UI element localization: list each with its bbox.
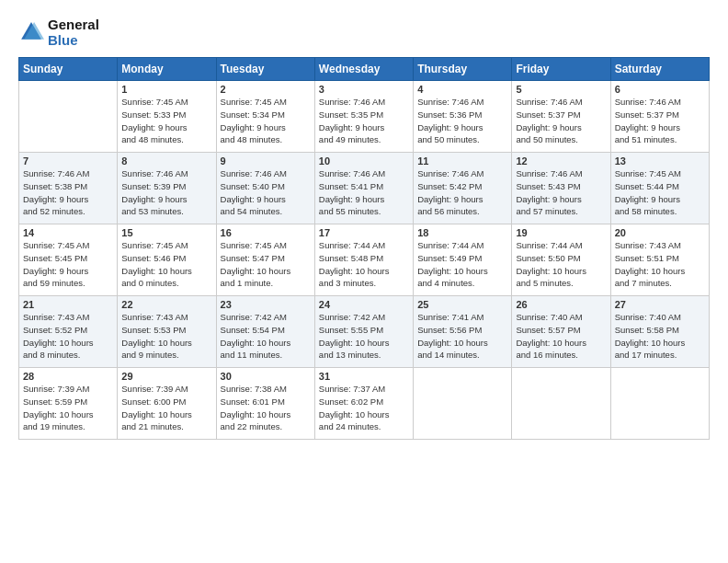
calendar-cell: 22Sunrise: 7:43 AMSunset: 5:53 PMDayligh… <box>118 296 216 368</box>
day-info: Sunrise: 7:43 AMSunset: 5:52 PMDaylight:… <box>23 311 113 362</box>
logo: General Blue <box>18 17 99 48</box>
day-number: 22 <box>121 299 211 310</box>
weekday-header-thursday: Thursday <box>414 58 512 81</box>
logo-text: General Blue <box>48 17 99 48</box>
calendar-cell: 26Sunrise: 7:40 AMSunset: 5:57 PMDayligh… <box>512 296 610 368</box>
day-info: Sunrise: 7:45 AMSunset: 5:33 PMDaylight:… <box>121 96 211 146</box>
day-info: Sunrise: 7:45 AMSunset: 5:34 PMDaylight:… <box>221 96 311 146</box>
weekday-header-row: SundayMondayTuesdayWednesdayThursdayFrid… <box>19 58 710 81</box>
weekday-header-monday: Monday <box>118 58 216 81</box>
day-info: Sunrise: 7:45 AMSunset: 5:47 PMDaylight:… <box>221 239 311 290</box>
day-number: 23 <box>221 299 311 310</box>
calendar-cell: 11Sunrise: 7:46 AMSunset: 5:42 PMDayligh… <box>414 153 512 224</box>
calendar-cell: 3Sunrise: 7:46 AMSunset: 5:35 PMDaylight… <box>314 81 413 153</box>
calendar-cell: 19Sunrise: 7:44 AMSunset: 5:50 PMDayligh… <box>512 224 610 296</box>
day-number: 30 <box>221 371 311 382</box>
day-info: Sunrise: 7:44 AMSunset: 5:50 PMDaylight:… <box>516 239 606 290</box>
weekday-header-wednesday: Wednesday <box>314 58 413 81</box>
calendar-week-row: 14Sunrise: 7:45 AMSunset: 5:45 PMDayligh… <box>19 224 710 296</box>
day-info: Sunrise: 7:41 AMSunset: 5:56 PMDaylight:… <box>417 311 507 362</box>
day-number: 12 <box>516 155 606 167</box>
day-number: 28 <box>23 371 113 382</box>
day-number: 29 <box>121 371 211 382</box>
day-number: 16 <box>221 227 311 238</box>
calendar-cell: 27Sunrise: 7:40 AMSunset: 5:58 PMDayligh… <box>610 296 709 368</box>
calendar-cell: 20Sunrise: 7:43 AMSunset: 5:51 PMDayligh… <box>610 224 709 296</box>
calendar-cell: 29Sunrise: 7:39 AMSunset: 6:00 PMDayligh… <box>118 368 216 440</box>
calendar-cell: 14Sunrise: 7:45 AMSunset: 5:45 PMDayligh… <box>19 224 118 296</box>
calendar-cell: 25Sunrise: 7:41 AMSunset: 5:56 PMDayligh… <box>414 296 512 368</box>
calendar-cell: 21Sunrise: 7:43 AMSunset: 5:52 PMDayligh… <box>19 296 118 368</box>
day-info: Sunrise: 7:40 AMSunset: 5:58 PMDaylight:… <box>615 311 705 362</box>
day-number: 10 <box>319 155 409 167</box>
day-number: 14 <box>23 227 113 238</box>
day-number: 21 <box>23 299 113 310</box>
day-number: 25 <box>417 299 507 310</box>
calendar-cell: 2Sunrise: 7:45 AMSunset: 5:34 PMDaylight… <box>216 81 314 153</box>
calendar-cell: 9Sunrise: 7:46 AMSunset: 5:40 PMDaylight… <box>216 153 314 224</box>
calendar-page: General Blue SundayMondayTuesdayWednesda… <box>0 0 728 563</box>
day-info: Sunrise: 7:46 AMSunset: 5:37 PMDaylight:… <box>615 96 705 146</box>
day-number: 5 <box>516 84 606 95</box>
calendar-cell: 28Sunrise: 7:39 AMSunset: 5:59 PMDayligh… <box>19 368 118 440</box>
day-info: Sunrise: 7:46 AMSunset: 5:42 PMDaylight:… <box>417 167 507 218</box>
calendar-cell <box>19 81 118 153</box>
day-number: 4 <box>417 84 507 95</box>
day-info: Sunrise: 7:46 AMSunset: 5:36 PMDaylight:… <box>417 96 507 146</box>
calendar-cell: 16Sunrise: 7:45 AMSunset: 5:47 PMDayligh… <box>216 224 314 296</box>
day-number: 3 <box>319 84 409 95</box>
calendar-cell <box>610 368 709 440</box>
day-info: Sunrise: 7:45 AMSunset: 5:45 PMDaylight:… <box>23 239 113 290</box>
weekday-header-sunday: Sunday <box>19 58 118 81</box>
calendar-week-row: 28Sunrise: 7:39 AMSunset: 5:59 PMDayligh… <box>19 368 710 440</box>
calendar-week-row: 21Sunrise: 7:43 AMSunset: 5:52 PMDayligh… <box>19 296 710 368</box>
calendar-cell: 6Sunrise: 7:46 AMSunset: 5:37 PMDaylight… <box>610 81 709 153</box>
day-info: Sunrise: 7:46 AMSunset: 5:40 PMDaylight:… <box>221 167 311 218</box>
day-info: Sunrise: 7:43 AMSunset: 5:53 PMDaylight:… <box>121 311 211 362</box>
calendar-table: SundayMondayTuesdayWednesdayThursdayFrid… <box>18 57 710 440</box>
day-number: 1 <box>121 84 211 95</box>
day-number: 20 <box>615 227 705 238</box>
day-info: Sunrise: 7:39 AMSunset: 5:59 PMDaylight:… <box>23 383 113 433</box>
day-number: 27 <box>615 299 705 310</box>
day-info: Sunrise: 7:38 AMSunset: 6:01 PMDaylight:… <box>221 383 311 433</box>
calendar-cell: 4Sunrise: 7:46 AMSunset: 5:36 PMDaylight… <box>414 81 512 153</box>
day-info: Sunrise: 7:46 AMSunset: 5:41 PMDaylight:… <box>319 167 409 218</box>
day-number: 18 <box>417 227 507 238</box>
calendar-cell: 23Sunrise: 7:42 AMSunset: 5:54 PMDayligh… <box>216 296 314 368</box>
weekday-header-tuesday: Tuesday <box>216 58 314 81</box>
calendar-cell: 8Sunrise: 7:46 AMSunset: 5:39 PMDaylight… <box>118 153 216 224</box>
calendar-cell: 31Sunrise: 7:37 AMSunset: 6:02 PMDayligh… <box>314 368 413 440</box>
day-number: 8 <box>121 155 211 167</box>
weekday-header-saturday: Saturday <box>610 58 709 81</box>
day-info: Sunrise: 7:39 AMSunset: 6:00 PMDaylight:… <box>121 383 211 433</box>
day-info: Sunrise: 7:45 AMSunset: 5:44 PMDaylight:… <box>615 167 705 218</box>
day-info: Sunrise: 7:46 AMSunset: 5:43 PMDaylight:… <box>516 167 606 218</box>
day-number: 19 <box>516 227 606 238</box>
calendar-cell: 5Sunrise: 7:46 AMSunset: 5:37 PMDaylight… <box>512 81 610 153</box>
logo-icon <box>18 19 44 45</box>
day-number: 31 <box>319 371 409 382</box>
day-number: 2 <box>221 84 311 95</box>
day-number: 17 <box>319 227 409 238</box>
weekday-header-friday: Friday <box>512 58 610 81</box>
calendar-cell: 13Sunrise: 7:45 AMSunset: 5:44 PMDayligh… <box>610 153 709 224</box>
calendar-cell: 17Sunrise: 7:44 AMSunset: 5:48 PMDayligh… <box>314 224 413 296</box>
calendar-cell: 10Sunrise: 7:46 AMSunset: 5:41 PMDayligh… <box>314 153 413 224</box>
day-number: 11 <box>417 155 507 167</box>
calendar-cell: 24Sunrise: 7:42 AMSunset: 5:55 PMDayligh… <box>314 296 413 368</box>
day-number: 6 <box>615 84 705 95</box>
day-info: Sunrise: 7:40 AMSunset: 5:57 PMDaylight:… <box>516 311 606 362</box>
calendar-week-row: 7Sunrise: 7:46 AMSunset: 5:38 PMDaylight… <box>19 153 710 224</box>
day-info: Sunrise: 7:46 AMSunset: 5:37 PMDaylight:… <box>516 96 606 146</box>
calendar-cell: 12Sunrise: 7:46 AMSunset: 5:43 PMDayligh… <box>512 153 610 224</box>
calendar-cell: 15Sunrise: 7:45 AMSunset: 5:46 PMDayligh… <box>118 224 216 296</box>
day-info: Sunrise: 7:46 AMSunset: 5:38 PMDaylight:… <box>23 167 113 218</box>
calendar-cell <box>512 368 610 440</box>
header: General Blue <box>18 17 710 48</box>
day-info: Sunrise: 7:43 AMSunset: 5:51 PMDaylight:… <box>615 239 705 290</box>
calendar-cell: 18Sunrise: 7:44 AMSunset: 5:49 PMDayligh… <box>414 224 512 296</box>
day-info: Sunrise: 7:37 AMSunset: 6:02 PMDaylight:… <box>319 383 409 433</box>
day-number: 13 <box>615 155 705 167</box>
day-info: Sunrise: 7:42 AMSunset: 5:54 PMDaylight:… <box>221 311 311 362</box>
